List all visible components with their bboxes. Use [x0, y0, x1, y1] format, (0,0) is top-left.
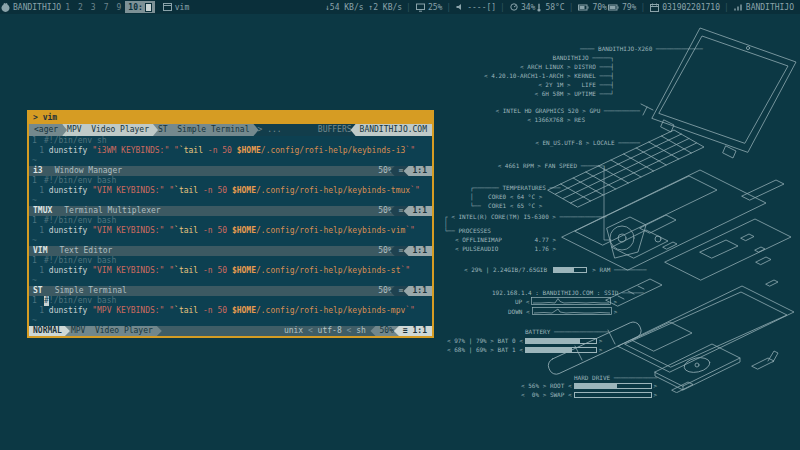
speaker-small: [655, 236, 661, 242]
conky-locale: < EN_US.UTF-8 > LOCALE ──────: [535, 139, 640, 147]
battery1-value: 79%: [622, 3, 636, 12]
workspace-2[interactable]: 2: [78, 3, 83, 12]
conky-uptime: < 6H 58M > UPTIME ───┘: [535, 90, 614, 98]
shebang-line: #!/bin/env sh: [44, 136, 107, 146]
file-encoding: utf-8: [318, 326, 342, 336]
file-type: sh: [356, 326, 366, 336]
bat1-bar: [525, 347, 597, 353]
vim-mode-indicator: NORMAL: [29, 326, 70, 336]
cpu-gauge-icon: [510, 3, 518, 11]
battery1-icon: [608, 4, 619, 11]
vim-window[interactable]: > vim <ager MPV Video Player ST Simple T…: [27, 110, 434, 338]
conky-temps-header: ┌─────── TEMPERATURES ───: [470, 184, 560, 192]
keyboard-cutout: [575, 176, 717, 245]
wifi-signal-icon: [734, 3, 743, 11]
code-line: 1 dunstify "MPV KEYBINDS:" "`tail -n 50 …: [29, 306, 432, 316]
webcam-dot: [746, 46, 749, 49]
window-titlebar[interactable]: > vim: [29, 112, 432, 124]
statusline-tmux: TMUX Terminal Multiplexer 50% ≡ 1:1: [29, 206, 432, 216]
bar-window-title[interactable]: vim: [175, 3, 189, 12]
hinge-right: [723, 146, 736, 158]
conky-ram-row: < 29% | 2.24GIB/7.65GIB > RAM ─────────: [464, 266, 647, 273]
shebang-line: #!/bin/env bash: [44, 176, 116, 186]
code-line: 1 dunstify "VIM KEYBINDS:" "`tail -n 50 …: [29, 226, 432, 236]
workspace-3[interactable]: 3: [91, 3, 96, 12]
airline-statusbar: NORMAL MPV Video Player unix < utf-8 < s…: [29, 326, 432, 336]
root-bar: [574, 383, 652, 389]
cpu-value: 34%: [521, 3, 535, 12]
workspace-1[interactable]: 1: [65, 3, 70, 12]
statusline-st: ST Simple Terminal 50% ≡ 1:1: [29, 286, 432, 296]
tab-buffer-st[interactable]: ST Simple Terminal: [153, 124, 259, 136]
hdd-bracket: [752, 351, 778, 369]
window-title: > vim: [33, 113, 57, 123]
battery0-value: 70%: [592, 3, 606, 12]
conky-process-1: < OFFLINEIMAP 4.77 >: [455, 236, 556, 244]
bar-hostname: BANDITHIJO: [13, 3, 61, 12]
speaker-strip: [742, 180, 784, 200]
cursor-position: 1:1: [404, 246, 432, 256]
conky-battery-header: BATTERY ───────────────: [525, 328, 608, 336]
code-line: 1 dunstify "i3WM KEYBINDS:" "`tail -n 50…: [29, 146, 432, 156]
hinge-left: [661, 120, 674, 132]
clock-value: 031902201710: [662, 3, 720, 12]
workspace-10-active[interactable]: 10:: [125, 1, 154, 13]
vim-split-tmux: 1#!/bin/env bash 1 dunstify "VIM KEYBIND…: [29, 176, 432, 216]
vim-split-vim: 1#!/bin/env bash 1 dunstify "VIM KEYBIND…: [29, 216, 432, 256]
temp-value: 58°C: [545, 3, 564, 12]
conky-kernel: < 4.20.10-ARCH1-1-ARCH > KERNEL ───┤: [484, 72, 614, 80]
hinge-bracket: [641, 104, 653, 115]
desktop: BANDITHIJO 1 2 3 7 9 10: vim ↓54 KB/s ↑2…: [0, 0, 800, 450]
conky-gpu: < INTEL HD GRAPHICS 520 > GPU ──────────: [496, 107, 641, 115]
github-cat-icon: [1, 3, 10, 12]
file-icon: [145, 3, 152, 12]
cursor-position: 1:1: [404, 166, 432, 176]
bottom-case-outline: [618, 286, 794, 372]
file-format: unix: [284, 326, 303, 336]
conky-distro: < ARCH LINUX > DISTRO ───┤: [520, 63, 614, 71]
workspace-9[interactable]: 9: [116, 3, 121, 12]
cursor-position: ≡ 1:1: [394, 326, 432, 336]
conky-bat0-row: < 97% | 79% > BAT 0 < >: [447, 337, 602, 344]
vim-tabline: <ager MPV Video Player ST Simple Termina…: [29, 124, 432, 136]
display-icon: [416, 3, 425, 12]
thermometer-icon: [536, 3, 542, 12]
calendar-icon: [650, 3, 659, 12]
conky-core0: │ CORE0 < 64 °C >: [470, 193, 542, 201]
swap-bar: [574, 392, 652, 398]
shebang-line: #!/bin/env bash: [44, 216, 116, 226]
conky-life: < 2Y 1M > LIFE ───┤: [538, 81, 614, 89]
battery0-icon: [578, 4, 589, 11]
vim-split-st: 1#!/bin/env bash 1 dunstify "VIM KEYBIND…: [29, 256, 432, 296]
ssid-value: BANDITHIJO: [746, 3, 794, 12]
tab-buffer-truncated[interactable]: <ager: [29, 124, 67, 136]
status-bar: BANDITHIJO 1 2 3 7 9 10: vim ↓54 KB/s ↑2…: [0, 0, 800, 14]
motherboard-outline: [665, 219, 791, 280]
cursor-position: 1:1: [404, 206, 432, 216]
conky-fan-speed: < 4661 RPM > FAN SPEED ──────┐: [498, 162, 606, 170]
net-up-speed: ↑2 KB/s: [368, 3, 402, 12]
conky-net-down-row: DOWN < >: [508, 307, 617, 315]
fan-housing: [607, 217, 646, 258]
buffers-label: BUFFERS: [314, 124, 356, 136]
airline-buffer-name: MPV Video Player: [65, 326, 162, 336]
conky-user: BANDITHIJO ─────┐: [553, 54, 614, 62]
conky-host-label: ──── BANDITHIJO-X260 ─────────────: [580, 45, 703, 53]
volume-value: ----[]: [467, 3, 496, 12]
conky-hdd-header: HARD DRIVE ────────────: [574, 374, 657, 382]
tab-buffer-mpv[interactable]: MPV Video Player: [62, 124, 158, 136]
conky-processes-header: └── PROCESSES: [444, 227, 491, 235]
net-down-graph: [532, 307, 612, 315]
shebang-line: #!/bin/env bash: [44, 256, 116, 266]
bat0-bar: [525, 338, 597, 344]
window-icon: [163, 3, 172, 11]
conky-core1: └── CORE1 < 65 °C >: [470, 202, 542, 210]
statusline-i3: i3 Window Manager 50% ≡ 1:1: [29, 166, 432, 176]
vim-split-mpv[interactable]: 1#!/bin/env bash 1 dunstify "MPV KEYBIND…: [29, 296, 432, 336]
conky-bat1-row: < 68% | 69% > BAT 1 < >: [447, 346, 602, 353]
conky-net-up-row: UP < >: [515, 297, 617, 305]
conky-root-row: < 56% > ROOT < >: [521, 382, 657, 389]
cursor-position: 1:1: [404, 286, 432, 296]
heatpipe: [640, 215, 676, 233]
workspace-7[interactable]: 7: [104, 3, 109, 12]
